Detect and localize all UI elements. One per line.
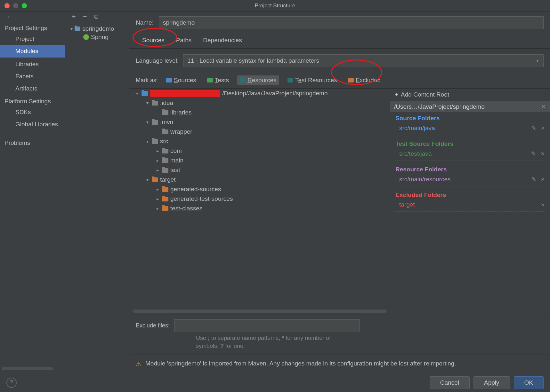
tree-node[interactable]: ▸generated-sources [129,184,390,194]
folder-icon [162,110,168,115]
apply-button[interactable]: Apply [473,376,510,389]
chevron-icon: ▾ [145,120,150,125]
folder-item[interactable]: src/test/java [395,149,545,161]
content-root-path: /Users…/JavaProject/springdemo [394,103,485,110]
folder-item[interactable]: src/main/resources [395,174,545,186]
folder-section-title: Test Source Folders [395,140,545,147]
folder-icon [75,27,80,31]
folder-teal-icon [240,78,246,82]
tree-root[interactable]: ▾ /Desktop/Java/JavaProject/springdemo [129,89,390,98]
folder-orange-icon [348,78,354,82]
nav-libraries[interactable]: Libraries [0,58,65,70]
nav-facets[interactable]: Facets [0,70,65,82]
tree-node[interactable]: ▸test [129,165,390,175]
folder-teal-icon [287,78,293,82]
tree-node[interactable]: ▾.idea [129,98,390,108]
nav-modules[interactable]: Modules [0,45,65,58]
tree-node[interactable]: ▸test-classes [129,204,390,213]
folder-icon [142,91,148,96]
warning-icon: ⚠ [136,359,142,368]
folder-icon [162,129,168,134]
add-content-root-button[interactable]: + Add Content Root [390,89,550,101]
tree-node[interactable]: wrapper [129,127,390,137]
tree-node[interactable]: ▸main [129,156,390,165]
remove-icon[interactable] [541,150,545,157]
module-root-label: springdemo [82,25,114,32]
mark-as-label: Mark as: [136,77,158,84]
copy-icon[interactable]: ⧉ [94,13,98,20]
chevron-icon: ▾ [145,139,150,144]
tree-node[interactable]: ▸com [129,146,390,156]
tree-node-label: test-classes [170,205,202,212]
tab-paths[interactable]: Paths [176,35,192,48]
tree-node[interactable]: ▾src [129,137,390,146]
chevron-icon: ▸ [155,196,160,201]
maximize-icon[interactable] [22,3,27,8]
folder-item[interactable]: src/main/java [395,123,545,135]
chevron-down-icon: ▾ [134,91,140,96]
mark-test-resources[interactable]: Test Resources [285,75,340,85]
maven-warning: ⚠ Module 'springdemo' is imported from M… [129,355,550,373]
add-icon[interactable]: + [72,12,76,21]
nav-artifacts[interactable]: Artifacts [0,82,65,95]
tree-node[interactable]: ▾target [129,175,390,184]
nav-scrollbar[interactable] [2,367,53,370]
mark-resources[interactable]: Resources [237,75,279,85]
chevron-icon: ▾ [145,100,150,106]
folder-icon [162,197,168,201]
ok-button[interactable]: OK [514,376,544,389]
edit-icon[interactable] [531,150,536,157]
remove-root-icon[interactable]: ✕ [541,103,546,110]
tree-scrollbar[interactable] [133,310,387,313]
window-title: Project Structure [255,3,295,9]
remove-icon[interactable]: − [83,12,87,21]
tree-node-label: wrapper [170,128,192,135]
tab-dependencies[interactable]: Dependencies [203,35,242,48]
remove-icon[interactable] [541,201,545,208]
nav-sdks[interactable]: SDKs [0,106,65,118]
name-input[interactable] [159,16,544,29]
folder-icon [162,149,168,153]
close-icon[interactable] [4,3,10,8]
exclude-files-input[interactable] [174,319,360,332]
language-level-select[interactable]: 11 - Local variable syntax for lambda pa… [183,54,544,67]
tree-node-label: generated-sources [170,186,221,193]
module-toolbar: + − ⧉ [65,12,129,21]
edit-icon[interactable] [531,124,536,132]
folder-item[interactable]: target [395,200,545,212]
forward-icon[interactable]: → [19,13,26,20]
module-spring[interactable]: Spring [65,33,129,41]
name-label: Name: [136,19,154,26]
titlebar: Project Structure [0,0,550,12]
folder-icon [162,158,168,163]
module-column: + − ⧉ ▾ springdemo Spring [65,12,129,373]
tree-root-path: /Desktop/Java/JavaProject/springdemo [222,90,328,97]
chevron-icon: ▸ [155,168,160,173]
remove-icon[interactable] [541,124,545,132]
nav-project[interactable]: Project [0,33,65,45]
minimize-icon[interactable] [13,3,18,8]
nav-problems[interactable]: Problems [0,137,65,149]
help-button[interactable]: ? [6,378,17,388]
back-icon[interactable]: ← [6,13,13,20]
tree-node-label: src [160,138,168,145]
tab-sources[interactable]: Sources [142,35,165,48]
mark-excluded[interactable]: Excluded [345,75,383,85]
content-root-panel: + Add Content Root /Users…/JavaProject/s… [390,89,550,315]
tree-node-label: target [160,176,176,183]
tree-node[interactable]: ▾.mvn [129,117,390,127]
folder-icon [162,187,168,192]
mark-tests[interactable]: Tests [205,75,231,85]
folder-icon [162,168,168,173]
tree-node[interactable]: ▸generated-test-sources [129,194,390,204]
edit-icon[interactable] [531,176,536,183]
mark-sources[interactable]: Sources [164,75,199,85]
remove-icon[interactable] [541,176,545,183]
nav-global-libraries[interactable]: Global Libraries [0,118,65,130]
folder-item-path: src/test/java [399,150,432,157]
module-root[interactable]: ▾ springdemo [65,25,129,33]
language-level-label: Language level: [136,57,179,64]
cancel-button[interactable]: Cancel [430,376,470,389]
tree-node[interactable]: libraries [129,108,390,117]
folder-icon [152,120,158,125]
